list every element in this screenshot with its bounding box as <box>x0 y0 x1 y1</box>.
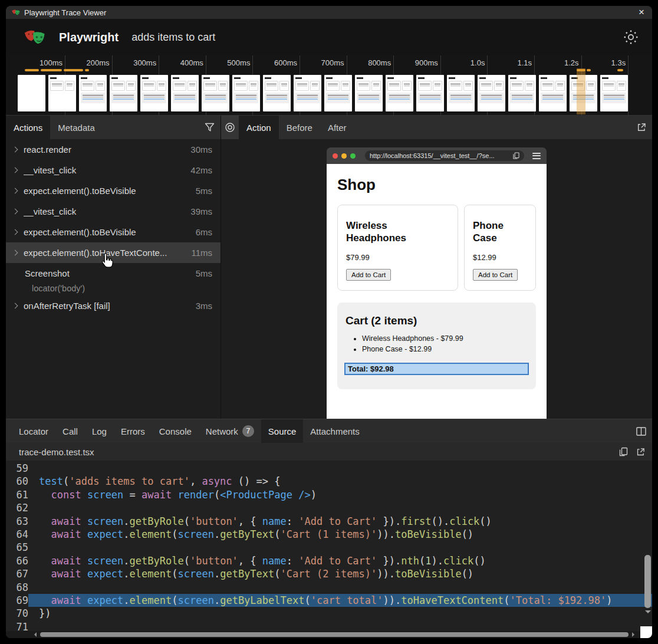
thumb-products <box>265 81 289 91</box>
timeline-thumbnail[interactable] <box>18 75 45 111</box>
window-title: Playwright Trace Viewer <box>24 8 633 17</box>
action-item[interactable]: expect.element().toBeVisible6ms <box>6 222 221 242</box>
add-to-cart-button[interactable]: Add to Cart <box>346 269 391 281</box>
thumb-total <box>542 98 563 100</box>
timeline-thumbnail[interactable] <box>140 75 168 111</box>
thumb-line <box>542 97 563 98</box>
vertical-scrollbar[interactable] <box>644 555 651 626</box>
chevron-right-icon[interactable] <box>12 229 18 235</box>
thumb-products <box>541 81 565 91</box>
action-item[interactable]: expect.element().toBeVisible5ms <box>6 180 221 201</box>
tab-log[interactable]: Log <box>85 419 114 443</box>
timeline[interactable]: 100ms200ms300ms400ms500ms600ms700ms800ms… <box>6 55 652 116</box>
thumb-product-card <box>203 81 217 91</box>
pick-locator-button[interactable] <box>221 116 239 139</box>
action-item[interactable]: react.render30ms <box>6 139 221 160</box>
tab-action[interactable]: Action <box>239 116 279 139</box>
close-icon[interactable]: × <box>637 8 646 17</box>
action-item[interactable]: __vitest_click42ms <box>6 160 221 180</box>
action-item[interactable]: expect.element().toHaveTextConte...11ms <box>6 242 221 263</box>
filter-icon[interactable] <box>199 116 221 139</box>
thumb-line <box>144 86 154 87</box>
vertical-scroll-thumb[interactable] <box>644 555 651 608</box>
tab-source[interactable]: Source <box>261 419 304 443</box>
open-source-external-icon[interactable] <box>636 448 645 456</box>
code-token: ( <box>274 528 280 540</box>
url-bar[interactable]: http://localhost:63315/__vitest_test__/?… <box>365 150 524 161</box>
chevron-right-icon[interactable] <box>12 167 18 173</box>
action-item[interactable]: __vitest_click39ms <box>6 201 221 222</box>
chevron-right-icon[interactable] <box>12 303 18 309</box>
thumb-products <box>81 81 105 91</box>
action-item[interactable]: onAfterRetryTask [fail]3ms <box>6 295 221 316</box>
timeline-thumbnail[interactable] <box>79 75 107 111</box>
thumb-line <box>588 84 594 85</box>
line-number: 69 <box>6 594 28 607</box>
chevron-right-icon[interactable] <box>12 188 18 194</box>
code-line: 70}) <box>6 607 652 620</box>
code-token: element <box>130 528 172 540</box>
code-token: : <box>287 555 298 567</box>
timeline-thumbnail[interactable] <box>416 75 444 111</box>
timeline-thumbnail[interactable] <box>110 75 137 111</box>
timeline-thumbnail[interactable] <box>478 75 505 111</box>
timeline-thumbnail[interactable] <box>386 75 413 111</box>
scroll-down-arrow-icon[interactable] <box>645 610 651 616</box>
action-label: expect.element().toHaveTextConte... <box>24 248 186 258</box>
tab-call[interactable]: Call <box>55 419 85 443</box>
timeline-thumbnail[interactable] <box>324 75 352 111</box>
source-code[interactable]: 5960test('adds items to cart', async () … <box>6 461 652 631</box>
horizontal-scrollbar[interactable] <box>6 631 652 638</box>
cart-total-highlighted: Total: $92.98 <box>344 363 529 375</box>
timeline-thumbnail[interactable] <box>171 75 199 111</box>
cart-item: Wireless Headphones - $79.99 <box>362 333 529 344</box>
horizontal-scroll-thumb[interactable] <box>40 632 629 637</box>
menu-icon[interactable] <box>532 153 541 159</box>
action-label: Screenshot <box>25 268 190 278</box>
titlebar[interactable]: Playwright Trace Viewer × <box>6 6 652 19</box>
timeline-thumbnail[interactable] <box>539 75 567 111</box>
chevron-right-icon[interactable] <box>12 147 18 153</box>
timeline-thumbnail[interactable] <box>508 75 536 111</box>
code-token: () <box>473 555 485 567</box>
tab-actions[interactable]: Actions <box>6 116 50 139</box>
thumb-line <box>435 84 440 85</box>
code-token: await <box>51 594 81 606</box>
timeline-thumbnail[interactable] <box>48 75 76 111</box>
chevron-right-icon[interactable] <box>12 209 18 215</box>
split-view-icon[interactable] <box>630 419 652 443</box>
tab-errors[interactable]: Errors <box>114 419 152 443</box>
scroll-right-arrow-icon[interactable] <box>632 632 637 637</box>
line-number: 67 <box>6 567 28 580</box>
action-item[interactable]: Screenshot5ms <box>6 263 221 284</box>
thumb-product-card <box>249 81 258 91</box>
timeline-thumbnail[interactable] <box>202 75 229 111</box>
tab-attachments[interactable]: Attachments <box>303 419 366 443</box>
url-text: http://localhost:63315/__vitest_test__/?… <box>370 152 509 159</box>
action-label: __vitest_click <box>24 206 185 216</box>
timeline-thumbnail[interactable] <box>447 75 475 111</box>
timeline-thumbnail[interactable] <box>355 75 383 111</box>
scroll-left-arrow-icon[interactable] <box>32 632 37 637</box>
chevron-right-icon[interactable] <box>12 250 18 256</box>
tab-after[interactable]: After <box>320 116 354 139</box>
open-external-icon[interactable] <box>631 116 652 139</box>
code-token: element <box>130 568 172 580</box>
tab-network[interactable]: Network7 <box>199 419 261 443</box>
timeline-thumbnail[interactable] <box>232 75 260 111</box>
copy-source-icon[interactable] <box>619 447 628 456</box>
timeline-thumbnail[interactable] <box>600 75 628 111</box>
tab-locator[interactable]: Locator <box>12 419 55 443</box>
copy-url-icon[interactable] <box>513 152 519 159</box>
code-token: name <box>262 515 287 527</box>
thumb-line <box>113 95 134 96</box>
gear-icon[interactable] <box>624 30 638 44</box>
add-to-cart-button[interactable]: Add to Cart <box>473 269 518 281</box>
tab-metadata[interactable]: Metadata <box>50 116 103 139</box>
timeline-thumbnail[interactable] <box>263 75 291 111</box>
thumb-line <box>618 86 624 87</box>
timeline-thumbnail[interactable] <box>294 75 321 111</box>
tab-console[interactable]: Console <box>152 419 199 443</box>
spacer <box>354 116 631 139</box>
tab-before[interactable]: Before <box>279 116 320 139</box>
